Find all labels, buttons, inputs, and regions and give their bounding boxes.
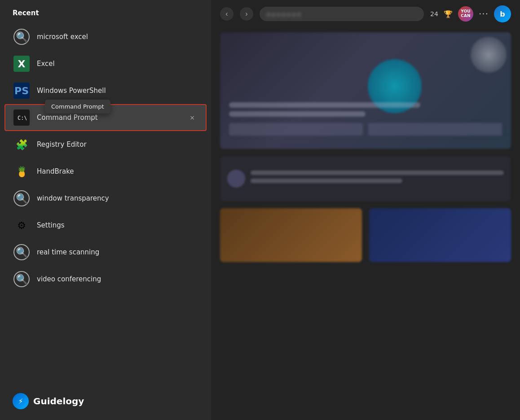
registry-icon: 🧩 <box>13 136 30 153</box>
logo-area: ⚡ Guidelogy <box>13 393 84 409</box>
command-prompt-tooltip: Command Prompt <box>45 100 110 114</box>
small-card-right-bg <box>369 208 511 262</box>
remove-command-prompt-button[interactable]: × <box>187 112 198 123</box>
item-label-video-conferencing: video conferencing <box>37 275 198 283</box>
recent-section-title: Recent <box>0 9 211 23</box>
forward-button[interactable]: › <box>240 7 253 21</box>
card-text-block <box>229 102 502 136</box>
light-spot-decoration <box>471 37 507 73</box>
item-label-microsoft-excel: microsoft excel <box>37 33 198 41</box>
item-label-settings: Settings <box>37 221 198 229</box>
sidebar-item-handbrake[interactable]: 🍍 HandBrake <box>0 158 211 185</box>
header-bar: ‹ › ●●●●●●● 24 🏆 YOUCAN ··· b <box>211 0 520 28</box>
bing-button[interactable]: b <box>494 5 511 22</box>
badge-count: 24 <box>430 10 438 18</box>
trophy-icon: 🏆 <box>444 10 453 18</box>
content-area <box>211 28 520 274</box>
start-menu: Recent 🔍 microsoft excel X Excel PS Wind… <box>0 0 520 420</box>
small-card-left-bg <box>220 208 362 262</box>
header-search-placeholder: ●●●●●●● <box>266 11 301 18</box>
mid-text-lines <box>251 171 504 187</box>
mid-content-card <box>220 156 511 201</box>
item-label-real-time-scanning: real time scanning <box>37 248 198 256</box>
mid-line-1 <box>251 171 504 175</box>
sidebar-item-video-conferencing[interactable]: 🔍 video conferencing <box>0 266 211 293</box>
avatar-initials: YOUCAN <box>461 9 470 18</box>
handbrake-icon: 🍍 <box>13 163 30 179</box>
sidebar-item-registry-editor[interactable]: 🧩 Registry Editor <box>0 131 211 158</box>
search-icon-transparency: 🔍 <box>13 190 30 206</box>
guidelogy-logo-text: Guidelogy <box>33 396 84 407</box>
left-panel: Recent 🔍 microsoft excel X Excel PS Wind… <box>0 0 211 420</box>
sidebar-item-window-transparency[interactable]: 🔍 window transparency <box>0 185 211 212</box>
guidelogy-icon: ⚡ <box>13 393 29 409</box>
card-button-2 <box>368 123 502 136</box>
sidebar-item-microsoft-excel[interactable]: 🔍 microsoft excel <box>0 23 211 50</box>
item-label-handbrake: HandBrake <box>37 167 198 175</box>
bing-icon: b <box>500 10 505 18</box>
cmd-icon: C:\ <box>13 109 30 126</box>
main-content-card <box>220 32 511 149</box>
mid-line-2 <box>251 179 402 183</box>
right-panel: ‹ › ●●●●●●● 24 🏆 YOUCAN ··· b <box>211 0 520 420</box>
item-label-command-prompt: Command Prompt <box>37 114 180 122</box>
svg-text:C:\: C:\ <box>18 115 26 121</box>
sidebar-item-excel[interactable]: X Excel <box>0 50 211 77</box>
item-label-window-transparency: window transparency <box>37 194 198 202</box>
small-card-right <box>369 208 511 262</box>
text-line-1 <box>229 102 420 108</box>
text-line-2 <box>229 111 366 117</box>
more-options-button[interactable]: ··· <box>479 9 489 19</box>
search-icon: 🔍 <box>13 29 30 45</box>
card-button-row <box>229 123 502 136</box>
powershell-icon: PS <box>13 83 30 99</box>
item-label-registry-editor: Registry Editor <box>37 140 198 149</box>
small-card-left <box>220 208 362 262</box>
item-label-excel: Excel <box>37 60 198 68</box>
card-button-1 <box>229 123 363 136</box>
header-icons: 24 🏆 YOUCAN ··· b <box>430 5 511 22</box>
search-icon-video: 🔍 <box>13 271 30 287</box>
excel-icon: X <box>13 56 30 72</box>
mid-avatar <box>227 170 245 188</box>
sidebar-item-settings[interactable]: ⚙️ Settings <box>0 212 211 239</box>
small-cards-row <box>220 208 511 262</box>
item-label-powershell: Windows PowerShell <box>37 87 198 95</box>
card-background <box>220 32 511 149</box>
search-icon-scanning: 🔍 <box>13 244 30 260</box>
avatar[interactable]: YOUCAN <box>458 6 473 22</box>
header-search-bar[interactable]: ●●●●●●● <box>260 7 424 21</box>
back-button[interactable]: ‹ <box>220 7 234 21</box>
settings-icon: ⚙️ <box>13 217 30 233</box>
sidebar-item-real-time-scanning[interactable]: 🔍 real time scanning <box>0 239 211 266</box>
